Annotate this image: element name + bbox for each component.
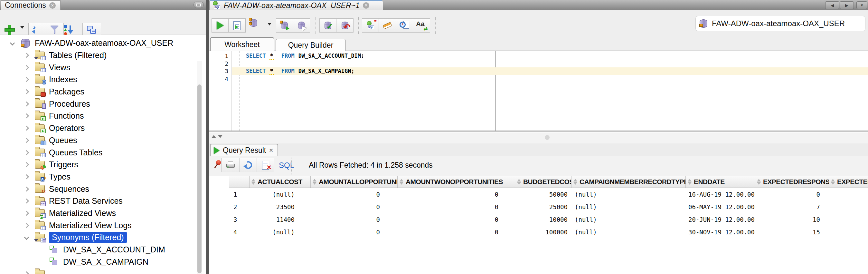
nav-forward-button[interactable]: ▶ — [840, 1, 854, 9]
unshared-worksheet-button[interactable]: SQL* — [362, 18, 379, 32]
chevron-right-icon[interactable] — [23, 272, 30, 274]
chevron-expanded-icon[interactable] — [8, 41, 16, 45]
editor-code-area[interactable]: SELECT*FROMDW_SA_X_ACCOUNT_DIM; SELECT*F… — [232, 51, 868, 131]
explain-plan-button[interactable] — [276, 18, 293, 32]
splitter-up-icon[interactable] — [212, 135, 216, 138]
sort-icon[interactable] — [688, 179, 691, 185]
commit-button[interactable]: ✓ — [319, 18, 336, 32]
sidebar-item-partially-visible[interactable] — [0, 268, 196, 274]
chevron-right-icon[interactable] — [23, 54, 30, 57]
sidebar-item-synonyms[interactable]: Synonyms (Filtered) — [0, 231, 196, 244]
cell-enddate[interactable]: 20-JUN-19 12.00.00 — [686, 213, 755, 226]
cell-actualcost[interactable]: (null) — [250, 188, 311, 200]
chevron-right-icon[interactable] — [23, 90, 30, 93]
sidebar-item-materialized-view-logs[interactable]: Materialized View Logs — [0, 219, 196, 231]
cell-amountwonopportunities[interactable]: 0 — [398, 213, 515, 226]
tab-query-result[interactable]: Query Result × — [210, 144, 278, 156]
autotrace-button[interactable] — [250, 19, 257, 33]
cell-budgetedcost[interactable]: 50000 — [515, 188, 571, 200]
column-header-actualcost[interactable]: ACTUALCOST — [250, 176, 311, 188]
sql-history-button[interactable] — [396, 18, 413, 32]
sort-icon[interactable] — [757, 179, 761, 185]
cell-amountwonopportunities[interactable]: 0 — [398, 200, 515, 213]
connections-panel-tab[interactable]: Connections × — [1, 0, 61, 10]
sort-icon[interactable] — [517, 179, 521, 185]
chevron-right-icon[interactable] — [23, 163, 30, 166]
chevron-right-icon[interactable] — [23, 78, 30, 81]
cell-expectedresponse[interactable]: 10 — [755, 213, 829, 226]
cancel-fetch-button[interactable]: × — [257, 158, 274, 172]
cell-amountallopportunities[interactable]: 0 — [311, 226, 398, 239]
print-button[interactable] — [222, 158, 239, 172]
sort-icon[interactable] — [313, 179, 316, 185]
cell-actualcost[interactable]: (null) — [250, 226, 311, 239]
tab-list-dropdown-button[interactable]: ▼ — [857, 1, 867, 9]
code-line-4[interactable] — [232, 75, 868, 83]
cell-expectedresponse[interactable]: 0 — [755, 188, 829, 200]
run-script-button[interactable] — [228, 18, 246, 32]
tab-query-builder[interactable]: Query Builder — [276, 39, 346, 51]
worksheet-document-tab[interactable]: SQL FAW-ADW-oax-ateamoax-OAX_USER~1 × — [209, 0, 383, 10]
sidebar-item-materialized-views[interactable]: Materialized Views — [0, 207, 196, 220]
cell-enddate[interactable]: 30-NOV-19 12.00.00 — [686, 226, 755, 239]
close-icon[interactable]: × — [49, 2, 56, 9]
chevron-right-icon[interactable] — [23, 224, 30, 227]
sql-editor[interactable]: 1 2 3 4 SELECT*FROMDW_SA_X_ACCOUNT_DIM; … — [209, 51, 868, 132]
code-line-1[interactable]: SELECT*FROMDW_SA_X_ACCOUNT_DIM; — [232, 52, 868, 60]
row-number-cell[interactable]: 1 — [229, 188, 250, 200]
chevron-right-icon[interactable] — [23, 126, 30, 130]
close-icon[interactable]: × — [363, 2, 369, 9]
sidebar-item-types[interactable]: A9 Types — [0, 171, 196, 183]
chevron-right-icon[interactable] — [23, 151, 30, 155]
autotrace-dropdown[interactable] — [268, 23, 271, 37]
sidebar-item-queues-tables[interactable]: Queues Tables — [0, 146, 196, 159]
sql-tuning-advisory-button[interactable] — [293, 18, 310, 32]
code-line-3-current[interactable]: SELECT*FROMDW_SA_X_CAMPAIGN; — [232, 67, 868, 75]
close-icon[interactable]: × — [269, 147, 273, 154]
cell-expected-truncated[interactable] — [829, 188, 868, 200]
cell-expected-truncated[interactable] — [829, 213, 868, 226]
chevron-right-icon[interactable] — [23, 187, 30, 191]
cell-campaignmemberrecordtypeid[interactable]: (null) — [571, 226, 686, 239]
sidebar-item-procedures[interactable]: Procedures — [0, 98, 196, 110]
filter-button[interactable] — [50, 26, 59, 35]
splitter-grip[interactable] — [545, 135, 550, 140]
splitter-down-icon[interactable] — [218, 135, 222, 138]
cell-actualcost[interactable]: 23500 — [250, 200, 311, 213]
sidebar-item-sequences[interactable]: 12 Sequences — [0, 183, 196, 195]
tree-item-synonym-dw-sa-x-campaign[interactable]: DW_SA_X_CAMPAIGN — [0, 256, 196, 268]
code-line-2[interactable] — [232, 60, 868, 68]
cell-campaignmemberrecordtypeid[interactable]: (null) — [571, 200, 686, 213]
tree-scrollbar-thumb[interactable] — [197, 84, 202, 273]
sidebar-item-triggers[interactable]: Triggers — [0, 159, 196, 171]
row-number-cell[interactable]: 2 — [229, 200, 250, 213]
row-number-cell[interactable]: 3 — [229, 213, 250, 226]
sort-icon[interactable] — [574, 179, 577, 185]
cell-expectedresponse[interactable]: 7 — [755, 200, 829, 213]
chevron-right-icon[interactable] — [23, 114, 30, 118]
sort-icon[interactable] — [831, 179, 835, 185]
table-row[interactable]: 3 11400 0 0 10000 (null) 20-JUN-19 12.00… — [229, 213, 868, 226]
connection-selector[interactable]: FAW-ADW-oax-ateamoax-OAX_USER — [695, 16, 865, 31]
column-header-budgetedcost[interactable]: BUDGETEDCOST — [515, 176, 571, 188]
sidebar-item-operators[interactable]: Operators — [0, 122, 196, 134]
chevron-right-icon[interactable] — [23, 199, 30, 203]
sidebar-item-functions[interactable]: Functions — [0, 110, 196, 122]
table-row[interactable]: 1 (null) 0 0 50000 (null) 16-AUG-19 12.0… — [229, 188, 868, 200]
table-row[interactable]: 4 (null) 0 0 100000 (null) 30-NOV-19 12.… — [229, 226, 868, 239]
editor-results-splitter[interactable] — [209, 133, 868, 143]
cell-expected-truncated[interactable] — [829, 200, 868, 213]
cell-budgetedcost[interactable]: 10000 — [515, 213, 571, 226]
sort-icon[interactable] — [251, 179, 255, 185]
cell-enddate[interactable]: 16-AUG-19 12.00.00 — [686, 188, 755, 200]
table-row[interactable]: 2 23500 0 0 25000 (null) 06-MAY-19 12.00… — [229, 200, 868, 213]
sidebar-item-indexes[interactable]: Indexes — [0, 74, 196, 86]
column-header-expectedresponse[interactable]: EXPECTEDRESPONSE — [755, 176, 829, 188]
cell-expectedresponse[interactable]: 15 — [755, 226, 829, 239]
change-case-button[interactable]: Aa⇄ — [413, 18, 430, 32]
sidebar-item-views[interactable]: Views — [0, 61, 196, 74]
cell-enddate[interactable]: 06-MAY-19 12.00.00 — [686, 200, 755, 213]
column-header-campaignmemberrecordtypeid[interactable]: CAMPAIGNMEMBERRECORDTYPEID — [571, 176, 686, 188]
refresh-results-button[interactable] — [239, 158, 257, 172]
column-header-amountallopportunities[interactable]: AMOUNTALLOPPORTUNITIES — [311, 176, 398, 188]
